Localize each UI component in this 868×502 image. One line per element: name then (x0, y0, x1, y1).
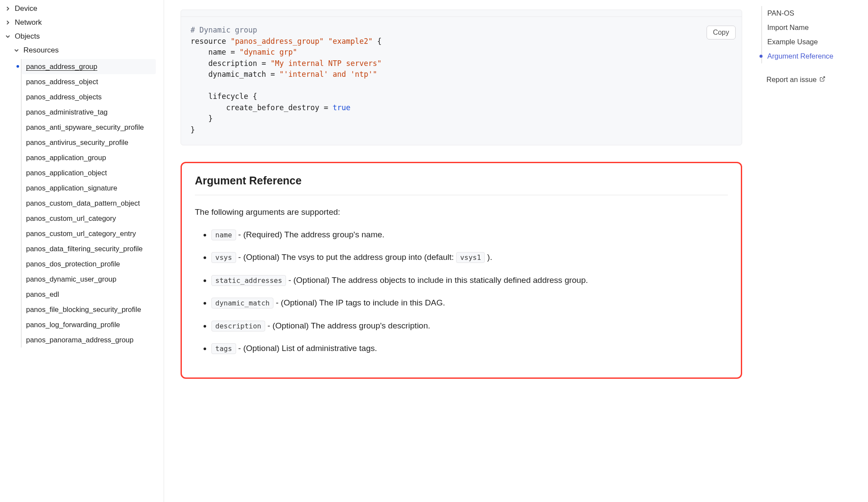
resource-link: panos_application_object (26, 169, 107, 177)
toc-separator (761, 63, 868, 72)
code-token: = (230, 48, 235, 56)
code-block: Copy# Dynamic group resource "panos_addr… (181, 10, 742, 145)
resource-item[interactable]: panos_administrative_tag (22, 105, 156, 120)
nav-resources[interactable]: Resources (0, 43, 164, 57)
section-title: Argument Reference (195, 174, 728, 187)
resource-link: panos_anti_spyware_security_profile (26, 123, 144, 131)
resource-item[interactable]: panos_custom_data_pattern_object (22, 196, 156, 211)
resource-item[interactable]: panos_address_group (22, 59, 156, 74)
code-token: resource (191, 37, 226, 46)
arg-desc: - (Optional) The vsys to put the address… (236, 253, 457, 262)
code-token: } (191, 125, 195, 134)
code-token: { (253, 92, 257, 101)
chevron-right-icon (5, 20, 10, 25)
nav-label: Resources (23, 46, 59, 55)
arg-desc: - (Optional) List of administrative tags… (236, 344, 377, 353)
resource-link: panos_application_group (26, 154, 106, 161)
right-sidebar: PAN-OS Import Name Example Usage Argumen… (754, 0, 868, 502)
nav-label: Network (15, 18, 42, 27)
resource-item[interactable]: panos_dos_protection_profile (22, 256, 156, 272)
nav-objects[interactable]: Objects (0, 30, 164, 43)
resource-item[interactable]: panos_application_signature (22, 180, 156, 196)
argument-item: vsys - (Optional) The vsys to put the ad… (211, 251, 728, 264)
arg-code: dynamic_match (211, 298, 273, 308)
arg-desc: - (Optional) The address objects to incl… (286, 276, 588, 285)
code-token: lifecycle (208, 92, 248, 101)
chevron-right-icon (5, 6, 10, 11)
resource-item[interactable]: panos_custom_url_category_entry (22, 226, 156, 241)
code-bool: true (333, 103, 351, 112)
svg-line-0 (822, 77, 824, 79)
toc-item[interactable]: Import Name (761, 20, 868, 35)
arg-default: vsys1 (456, 252, 485, 263)
resource-item[interactable]: panos_panorama_address_group (22, 332, 156, 348)
argument-reference-section: Argument Reference The following argumen… (181, 162, 742, 379)
argument-item: tags - (Optional) List of administrative… (211, 342, 728, 355)
resource-item[interactable]: panos_antivirus_security_profile (22, 135, 156, 150)
main-content: Copy# Dynamic group resource "panos_addr… (164, 0, 754, 502)
resource-link: panos_data_filtering_security_profile (26, 245, 143, 253)
resource-link: panos_dos_protection_profile (26, 260, 120, 268)
arg-code: static_addresses (211, 275, 286, 286)
code-token: create_before_destroy (226, 103, 319, 112)
resource-link: panos_custom_data_pattern_object (26, 199, 140, 207)
code-string: "My internal NTP servers" (270, 59, 381, 68)
arg-code: tags (211, 343, 236, 354)
arg-desc: - (Required) The address group's name. (236, 230, 385, 239)
code-comment: # Dynamic group (191, 26, 257, 34)
resource-item[interactable]: panos_address_objects (22, 89, 156, 105)
resource-link: panos_address_object (26, 78, 98, 85)
arg-desc: ). (485, 253, 492, 262)
external-link-icon (819, 75, 825, 84)
code-token: { (377, 37, 381, 46)
toc-item[interactable]: Example Usage (761, 35, 868, 49)
resource-item[interactable]: panos_data_filtering_security_profile (22, 241, 156, 256)
argument-item: name - (Required) The address group's na… (211, 228, 728, 241)
code-token: = (324, 103, 328, 112)
resource-link: panos_custom_url_category_entry (26, 230, 136, 237)
copy-button[interactable]: Copy (707, 26, 736, 39)
argument-item: description - (Optional) The address gro… (211, 319, 728, 332)
nav-device[interactable]: Device (0, 2, 164, 16)
argument-item: dynamic_match - (Optional) The IP tags t… (211, 296, 728, 309)
code-string: "dynamic grp" (240, 48, 297, 56)
resource-item[interactable]: panos_application_object (22, 165, 156, 180)
report-issue-link[interactable]: Report an issue (761, 72, 868, 87)
code-token: name (208, 48, 226, 56)
nav-network[interactable]: Network (0, 16, 164, 30)
arg-code: vsys (211, 252, 236, 263)
resource-link: panos_address_objects (26, 93, 102, 101)
resource-link: panos_dynamic_user_group (26, 275, 116, 283)
report-label: Report an issue (766, 75, 817, 84)
resource-link: panos_address_group (26, 62, 97, 70)
resource-item[interactable]: panos_edl (22, 287, 156, 302)
code-token: } (208, 114, 213, 123)
code-string: "'internal' and 'ntp'" (279, 70, 377, 79)
arg-desc: - (Optional) The address group's descrip… (265, 321, 430, 330)
resource-item[interactable]: panos_application_group (22, 150, 156, 165)
resource-item[interactable]: panos_anti_spyware_security_profile (22, 120, 156, 135)
resource-item[interactable]: panos_dynamic_user_group (22, 272, 156, 287)
code-string: "panos_address_group" (230, 37, 324, 46)
toc-item[interactable]: Argument Reference (761, 49, 868, 63)
code-token: description (208, 59, 257, 68)
left-sidebar: Device Network Objects Resources panos_a… (0, 0, 164, 502)
resource-link: panos_panorama_address_group (26, 336, 134, 344)
argument-list: name - (Required) The address group's na… (195, 228, 728, 355)
toc-item[interactable]: PAN-OS (761, 6, 868, 20)
chevron-down-icon (5, 34, 10, 39)
code-string: "example2" (328, 37, 372, 46)
chevron-down-icon (14, 48, 19, 53)
resource-link: panos_edl (26, 290, 59, 298)
resource-link: panos_file_blocking_security_profile (26, 305, 141, 313)
code-block-top (181, 10, 742, 17)
rule (195, 195, 728, 195)
section-intro: The following arguments are supported: (195, 207, 728, 217)
resource-item[interactable]: panos_address_object (22, 74, 156, 89)
resource-item[interactable]: panos_custom_url_category (22, 211, 156, 226)
resource-item[interactable]: panos_file_blocking_security_profile (22, 302, 156, 317)
code-token: dynamic_match (208, 70, 266, 79)
arg-desc: - (Optional) The IP tags to include in t… (273, 298, 445, 307)
code-token: = (270, 70, 275, 79)
resource-item[interactable]: panos_log_forwarding_profile (22, 317, 156, 332)
